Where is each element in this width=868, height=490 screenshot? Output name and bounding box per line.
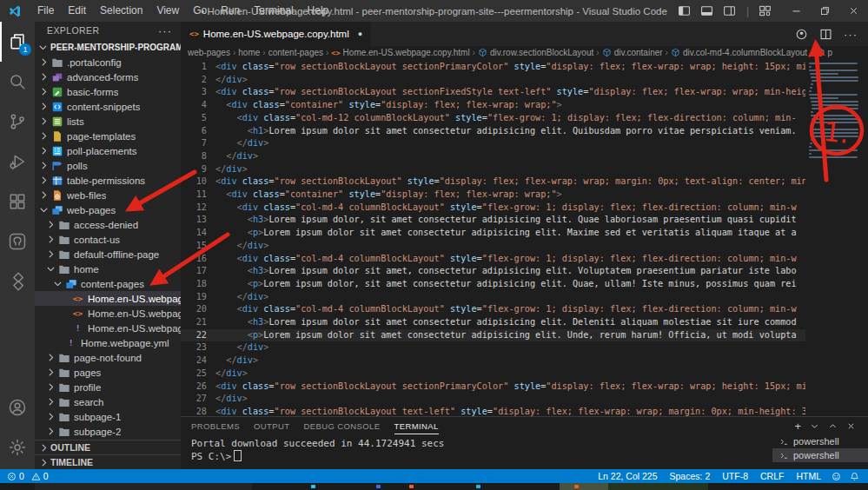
status-ln-22-col-225[interactable]: Ln 22, Col 225 [592, 471, 663, 481]
tree-item-contact-us[interactable]: contact-us [35, 232, 181, 247]
breadcrumb-item[interactable]: div.row.sectionBlockLayout [478, 48, 593, 57]
open-preview-icon[interactable] [795, 28, 808, 41]
code-line[interactable]: 7 </div> [181, 137, 805, 150]
breadcrumb-item[interactable]: div.container [602, 48, 663, 57]
code-line[interactable]: 25</div> [181, 368, 805, 381]
tree-item-content-pages[interactable]: content-pages [35, 276, 181, 291]
code-line[interactable]: 6 <h1>Lorem ipsum dolor sit amet consect… [181, 125, 805, 138]
status-utf-8[interactable]: UTF-8 [716, 471, 754, 481]
code-line[interactable]: 21 <h3>Lorem ipsum dolor sit amet consec… [181, 316, 805, 329]
tree-item-content-snippets[interactable]: content-snippets [35, 99, 181, 114]
code-line[interactable]: 14 <p>Lorem ipsum dolor sit amet consect… [181, 227, 805, 240]
terminal-instance[interactable]: powershell [772, 448, 868, 462]
menu-file[interactable]: File [30, 0, 61, 22]
minimap[interactable] [809, 63, 861, 160]
tree-item-pages[interactable]: pages [35, 365, 181, 380]
tree-item-table-permissions[interactable]: table-permissions [35, 173, 181, 188]
toggle-sidebar-icon[interactable] [678, 4, 691, 17]
toggle-panel-icon[interactable] [700, 4, 713, 17]
tree-item-home-en-us-webpag-[interactable]: !Home.en-US.webpag... [35, 321, 181, 335]
tree-item-subpage-1[interactable]: subpage-1 [35, 409, 181, 424]
extensions-icon[interactable] [0, 182, 35, 222]
code-line[interactable]: 12 <div class="col-md-4 columnBlockLayou… [181, 202, 805, 215]
status-spaces-2[interactable]: Spaces: 2 [664, 471, 717, 481]
tree-item-profile[interactable]: profile [35, 380, 181, 394]
close-panel-icon[interactable] [846, 421, 856, 431]
terminal-instance[interactable]: powershell [772, 434, 868, 448]
terminal-dropdown-icon[interactable] [810, 421, 819, 431]
panel-tab-problems[interactable]: PROBLEMS [191, 417, 240, 434]
tree-item-search[interactable]: search [35, 394, 181, 409]
tree-item-home-webpage-yml[interactable]: !Home.webpage.yml [35, 335, 181, 350]
run-debug-icon[interactable] [0, 142, 35, 182]
tree-item-basic-forms[interactable]: basic-forms [35, 84, 181, 99]
code-line[interactable]: 27</div> [181, 393, 805, 406]
code-line[interactable]: 11 <div class="container" style="display… [181, 189, 805, 202]
breadcrumb-item[interactable]: web-pages [188, 48, 230, 57]
tree-item-home-en-us-webpag-[interactable]: <>Home.en-US.webpag... [35, 306, 181, 321]
maximize-panel-icon[interactable] [828, 421, 838, 431]
code-line[interactable]: 2</div> [181, 74, 805, 87]
tree-item-web-pages[interactable]: web-pages [35, 202, 181, 217]
menu-edit[interactable]: Edit [61, 0, 93, 22]
code-line[interactable]: 20 <div class="col-md-4 columnBlockLayou… [181, 303, 805, 316]
account-icon[interactable] [0, 387, 35, 427]
status-crlf[interactable]: CRLF [754, 471, 790, 481]
explorer-icon[interactable]: 1 [0, 22, 35, 62]
search-icon[interactable] [0, 62, 35, 102]
tab-home-en-us-webpage-copy-html[interactable]: <> Home.en-US.webpage.copy.html ● [181, 22, 371, 46]
new-terminal-icon[interactable]: + [794, 420, 801, 433]
windows-taskbar[interactable] [0, 483, 868, 490]
code-line[interactable]: 28<div class="row sectionBlockLayout tex… [181, 406, 805, 416]
restore-button[interactable] [811, 0, 839, 22]
section-outline[interactable]: OUTLINE [35, 440, 181, 454]
code-line[interactable]: 22 <p>Lorem ipsum dolor sit amet consect… [181, 329, 805, 342]
menu-view[interactable]: View [149, 0, 186, 22]
code-line[interactable]: 15 </div> [181, 240, 805, 253]
breadcrumb-item[interactable]: <>Home.en-US.webpage.copy.html [331, 48, 469, 57]
tree-item-home-en-us-webpag-[interactable]: <>Home.en-US.webpag... [35, 291, 181, 306]
power-platform-icon[interactable] [0, 262, 35, 301]
section-timeline[interactable]: TIMELINE [35, 454, 181, 469]
terminal[interactable]: Portal download succeeded in 44.1724941 … [181, 434, 868, 469]
github-icon[interactable] [0, 222, 35, 262]
code-line[interactable]: 16 <div class="col-md-4 columnBlockLayou… [181, 253, 805, 266]
problems-status[interactable]: 0 0 [0, 471, 53, 481]
editor-more-actions-icon[interactable]: ··· [844, 28, 858, 41]
tree-item--portalconfig[interactable]: .portalconfig [35, 55, 181, 70]
breadcrumb-item[interactable]: home [238, 48, 260, 57]
menu-selection[interactable]: Selection [93, 0, 149, 22]
project-root-folder[interactable]: PEER-MENTORSHIP-PROGRAM-SIT... [35, 39, 181, 55]
tree-item-access-denied[interactable]: access-denied [35, 217, 181, 232]
code-line[interactable]: 3<div class="row sectionBlockLayout sect… [181, 86, 805, 99]
code-line[interactable]: 17 <h3>Lorem ipsum dolor sit amet, conse… [181, 265, 805, 278]
panel-tab-output[interactable]: OUTPUT [254, 417, 289, 434]
tree-item-default-offline-page[interactable]: default-offline-page [35, 247, 181, 262]
breadcrumb-item[interactable]: div.col-md-4.columnBlockLayout [671, 48, 807, 57]
code-line[interactable]: 10<div class="row sectionBlockLayout" st… [181, 175, 805, 189]
feedback-icon[interactable] [827, 472, 845, 481]
code-line[interactable]: 24 </div> [181, 354, 805, 368]
notifications-bell-icon[interactable] [845, 472, 868, 481]
code-line[interactable]: 8 </div> [181, 150, 805, 163]
panel-tab-debug-console[interactable]: DEBUG CONSOLE [303, 417, 380, 434]
split-editor-icon[interactable] [819, 28, 832, 41]
tree-item-subpage-2[interactable]: subpage-2 [35, 424, 181, 439]
code-line[interactable]: 9</div> [181, 163, 805, 176]
breadcrumb-item[interactable]: content-pages [268, 48, 323, 57]
source-control-icon[interactable] [0, 102, 35, 142]
tree-item-poll-placements[interactable]: poll-placements [35, 143, 181, 158]
code-line[interactable]: 18 <p>Lorem ipsum dolor, sit amet consec… [181, 278, 805, 291]
code-line[interactable]: 19 </div> [181, 291, 805, 304]
tree-item-advanced-forms[interactable]: advanced-forms [35, 70, 181, 84]
code-line[interactable]: 13 <h3>Lorem ipsum dolor, sit amet conse… [181, 214, 805, 227]
code-editor[interactable]: 1<div class="row sectionBlockLayout sect… [181, 59, 868, 416]
toggle-secondary-sidebar-icon[interactable] [723, 4, 736, 17]
close-button[interactable] [839, 0, 868, 22]
minimize-button[interactable] [782, 0, 811, 22]
status-html[interactable]: HTML [790, 471, 827, 481]
explorer-more-actions-icon[interactable]: ··· [158, 24, 172, 37]
breadcrumb-item[interactable]: p [816, 48, 833, 57]
tree-item-polls[interactable]: polls [35, 158, 181, 173]
tree-item-home[interactable]: home [35, 262, 181, 276]
